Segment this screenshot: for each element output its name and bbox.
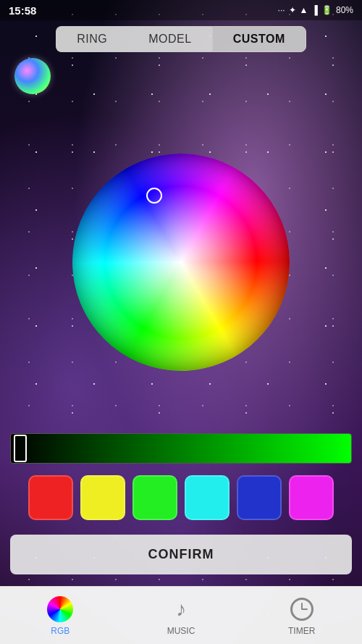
music-note-icon: ♪ [176, 598, 186, 621]
tab-ring[interactable]: RING [56, 26, 127, 52]
signal-dots-icon: ··· [278, 5, 285, 15]
bottom-nav-rgb[interactable]: RGB [31, 595, 89, 636]
swatches-row [0, 469, 362, 529]
confirm-area: CONFIRM [0, 529, 362, 586]
bottom-nav-rgb-label: RGB [51, 626, 70, 636]
nav-tabs: RING MODEL CUSTOM [0, 20, 362, 58]
bluetooth-icon: ✦ [289, 5, 296, 15]
swatch-magenta[interactable] [289, 475, 334, 520]
color-preview-ball [14, 58, 51, 94]
battery-percent: 80% [336, 5, 353, 15]
color-wheel-canvas[interactable] [72, 154, 290, 371]
swatch-cyan[interactable] [185, 475, 230, 520]
status-bar: 15:58 ··· ✦ ▲ ▐ 🔋 80% [0, 0, 362, 20]
brightness-slider-thumb[interactable] [14, 435, 27, 462]
status-time: 15:58 [9, 4, 36, 17]
bottom-nav-timer-label: TIMER [288, 626, 315, 636]
color-wheel-container[interactable] [0, 94, 362, 430]
battery-icon: 🔋 [321, 5, 332, 15]
wifi-icon: ▲ [300, 5, 308, 15]
timer-icon-container [288, 595, 316, 623]
bottom-nav-music-label: MUSIC [167, 626, 195, 636]
wheel-selector [146, 188, 162, 204]
tab-model[interactable]: MODEL [127, 26, 211, 52]
swatch-green[interactable] [132, 475, 177, 520]
swatch-yellow[interactable] [80, 475, 125, 520]
brightness-slider-track[interactable] [10, 433, 352, 464]
rgb-icon [46, 595, 74, 623]
bottom-nav-music[interactable]: ♪ MUSIC [152, 595, 210, 636]
tab-custom[interactable]: CUSTOM [212, 26, 306, 52]
color-preview-area [0, 58, 362, 94]
bottom-nav: RGB ♪ MUSIC TIMER [0, 586, 362, 644]
brightness-row [0, 430, 362, 469]
bottom-nav-timer[interactable]: TIMER [273, 595, 331, 636]
swatch-red[interactable] [28, 475, 73, 520]
cellular-icon: ▐ [311, 5, 318, 15]
color-wheel[interactable] [72, 154, 290, 371]
swatch-blue[interactable] [237, 475, 282, 520]
status-icons: ··· ✦ ▲ ▐ 🔋 80% [278, 5, 353, 15]
timer-icon [290, 598, 313, 621]
music-icon: ♪ [167, 595, 195, 623]
confirm-button[interactable]: CONFIRM [10, 535, 352, 574]
